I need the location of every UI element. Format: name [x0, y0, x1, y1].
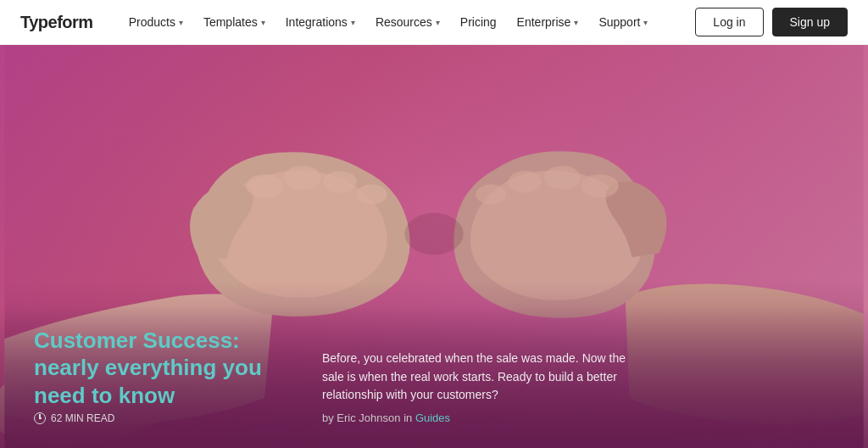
svg-point-5 — [323, 171, 357, 193]
chevron-down-icon: ▾ — [643, 18, 648, 27]
nav-label-integrations: Integrations — [286, 15, 348, 29]
hero-description: Before, you celebrated when the sale was… — [322, 350, 644, 405]
nav-label-support: Support — [598, 15, 640, 29]
svg-point-7 — [581, 174, 619, 198]
nav-item-products[interactable]: Products ▾ — [120, 10, 192, 34]
hero-content: Customer Success: nearly everything you … — [0, 306, 868, 449]
chevron-down-icon: ▾ — [436, 18, 440, 27]
navbar: Typeform Products ▾ Templates ▾ Integrat… — [0, 0, 868, 45]
hero-title: Customer Success: nearly everything you … — [34, 327, 271, 410]
hero-section: Customer Success: nearly everything you … — [0, 45, 868, 448]
nav-label-enterprise: Enterprise — [517, 15, 571, 29]
chevron-down-icon: ▾ — [351, 18, 355, 27]
navbar-actions: Log in Sign up — [695, 8, 848, 36]
hero-author: Eric Johnson — [337, 412, 400, 424]
chevron-down-icon: ▾ — [261, 18, 265, 27]
nav-label-products: Products — [129, 15, 175, 29]
logo[interactable]: Typeform — [20, 13, 93, 32]
nav-item-enterprise[interactable]: Enterprise ▾ — [509, 10, 587, 34]
hero-title-block: Customer Success: nearly everything you … — [34, 327, 271, 425]
svg-point-6 — [357, 184, 387, 204]
hero-byline: by Eric Johnson in Guides — [322, 412, 644, 424]
nav-item-pricing[interactable]: Pricing — [452, 10, 505, 34]
category-prefix: in — [403, 412, 415, 424]
hero-category-link[interactable]: Guides — [415, 412, 450, 424]
signup-button[interactable]: Sign up — [772, 8, 848, 36]
nav-item-templates[interactable]: Templates ▾ — [195, 10, 274, 34]
chevron-down-icon: ▾ — [179, 18, 183, 27]
nav-item-resources[interactable]: Resources ▾ — [367, 10, 448, 34]
clock-icon — [34, 412, 46, 424]
login-button[interactable]: Log in — [695, 8, 763, 36]
byline-prefix: by — [322, 412, 334, 424]
svg-point-4 — [284, 166, 321, 190]
svg-point-11 — [404, 213, 463, 255]
chevron-down-icon: ▾ — [574, 18, 578, 27]
read-time-label: 62 MIN READ — [51, 412, 114, 424]
svg-point-8 — [544, 166, 581, 190]
svg-point-10 — [476, 184, 506, 204]
svg-point-9 — [508, 171, 542, 193]
nav-label-pricing: Pricing — [460, 15, 497, 29]
hero-meta: Before, you celebrated when the sale was… — [322, 350, 644, 424]
read-time: 62 MIN READ — [34, 412, 271, 424]
nav-menu: Products ▾ Templates ▾ Integrations ▾ Re… — [120, 10, 696, 34]
nav-label-templates: Templates — [203, 15, 258, 29]
nav-item-integrations[interactable]: Integrations ▾ — [277, 10, 364, 34]
nav-label-resources: Resources — [376, 15, 432, 29]
svg-point-3 — [246, 174, 283, 198]
nav-item-support[interactable]: Support ▾ — [590, 10, 656, 34]
